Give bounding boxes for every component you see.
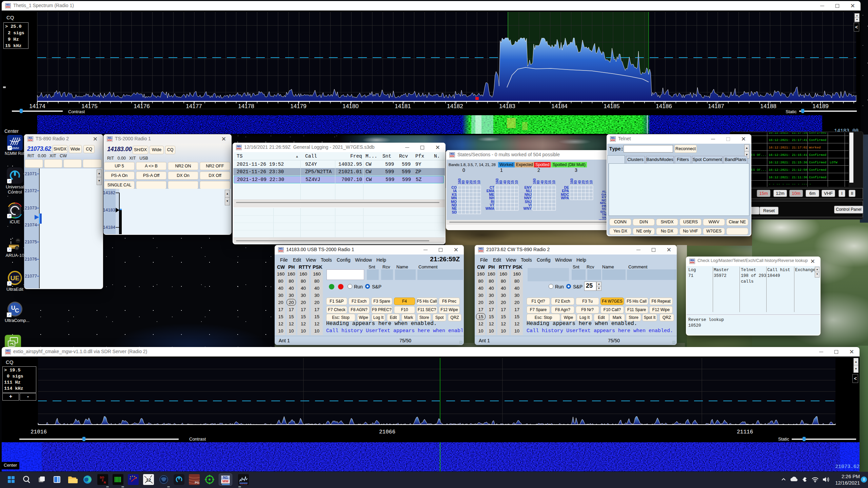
svg-text:20: 20 [507,180,511,184]
svg-text:160: 160 [458,178,461,184]
svg-text:14178: 14178 [238,103,254,109]
svg-text:21066: 21066 [379,429,395,435]
svg-text:14188: 14188 [760,103,776,109]
svg-text:2: 2 [537,168,540,173]
svg-text:WMA: WMA [486,206,495,210]
svg-text:80: 80 [461,180,465,184]
svg-text:160: 160 [533,178,536,184]
svg-text:R: R [104,481,106,484]
svg-text:14182: 14182 [447,103,463,109]
svg-text:10: 10 [589,180,593,184]
svg-text:20: 20 [581,180,585,184]
svg-text:NIMM: NIMM [11,146,19,150]
svg-text:21074: 21074 [25,222,37,227]
svg-text:40: 40 [466,180,469,184]
svg-text:WNY: WNY [524,206,532,210]
svg-text:15: 15 [473,180,477,184]
svg-text:20: 20 [469,180,473,184]
svg-text:14174: 14174 [29,103,45,109]
svg-text:14184: 14184 [551,103,567,109]
svg-text:21072: 21072 [25,188,37,193]
svg-text:80: 80 [499,180,503,184]
svg-text:10: 10 [515,180,518,184]
svg-text:10: 10 [552,180,556,184]
svg-text:80: 80 [574,180,577,184]
svg-text:32: 32 [146,477,151,483]
svg-text:15: 15 [511,180,514,184]
svg-text:10: 10 [477,180,481,184]
svg-text:C: C [15,307,19,314]
svg-text:14185: 14185 [604,103,619,109]
svg-text:14179: 14179 [290,103,306,109]
svg-text:21071: 21071 [25,171,37,176]
svg-text:PG: PG [195,481,199,484]
svg-text:14186: 14186 [656,103,672,109]
svg-text:14181: 14181 [395,103,411,109]
svg-text:21077: 21077 [25,273,37,279]
svg-text:1: 1 [500,168,503,173]
svg-text:3: 3 [575,168,577,173]
svg-text:160: 160 [495,178,499,184]
svg-text:14176: 14176 [134,103,150,109]
svg-text:40: 40 [578,180,581,184]
svg-text:14182: 14182 [103,190,115,195]
svg-text:40: 40 [503,180,507,184]
svg-text:80: 80 [536,180,540,184]
svg-text:14177: 14177 [186,103,202,109]
svg-text:14189: 14189 [812,103,828,109]
svg-text:14184: 14184 [103,225,115,230]
svg-text:14187: 14187 [708,103,724,109]
svg-text:20: 20 [544,180,548,184]
svg-text:14183: 14183 [103,207,115,212]
svg-text:SD: SD [452,210,457,214]
svg-text:40: 40 [540,180,544,184]
svg-text:21076: 21076 [25,257,37,262]
svg-text:21075: 21075 [25,239,37,244]
svg-text:UE: UE [11,274,19,282]
svg-text:15: 15 [585,180,589,184]
svg-text:21116: 21116 [737,429,753,435]
svg-text:21016: 21016 [31,429,47,435]
svg-text:160: 160 [570,178,574,184]
svg-text:0: 0 [462,168,465,173]
svg-text:WPA: WPA [561,196,569,200]
svg-text:14183: 14183 [499,103,515,109]
svg-text:74.03 74.04: 74.03 74.04 [240,483,247,485]
svg-text:14175: 14175 [81,103,97,109]
svg-text:21073: 21073 [25,205,37,210]
svg-text:15: 15 [548,180,552,184]
svg-text:14180: 14180 [342,103,358,109]
svg-text:2: 2 [102,479,103,482]
